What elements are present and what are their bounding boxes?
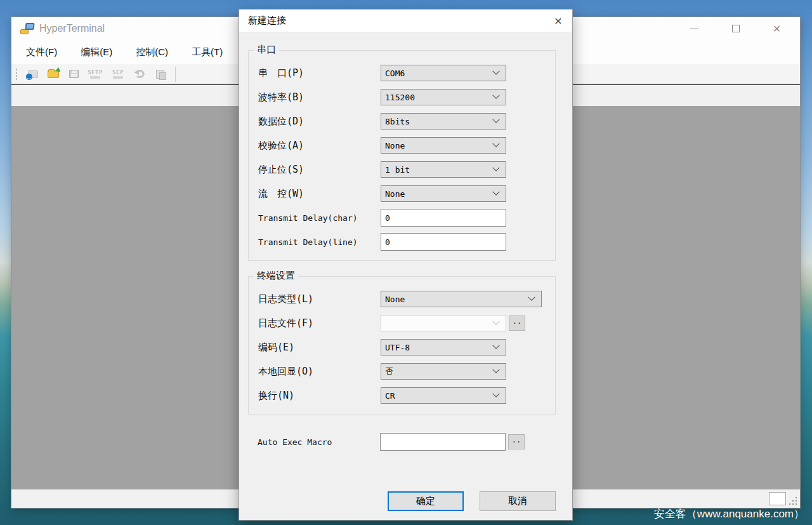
field-row-flowcontrol: 流 控(W) None xyxy=(249,182,555,206)
field-row-macro: Auto Exec Macro ·· xyxy=(248,430,556,454)
caption-buttons: × xyxy=(680,20,800,37)
undo-icon xyxy=(134,69,145,79)
paste-button[interactable] xyxy=(151,67,169,82)
databits-select[interactable]: 8bits xyxy=(381,113,506,130)
undo-button[interactable] xyxy=(131,67,148,82)
serial-group: 串口 串 口(P) COM6 波特率(B) 115200 数 xyxy=(248,50,556,261)
flowcontrol-label: 流 控(W) xyxy=(258,188,381,200)
scp-button[interactable]: SCP xyxy=(108,67,128,82)
parity-select[interactable]: None xyxy=(381,137,506,154)
flowcontrol-select[interactable]: None xyxy=(381,185,506,202)
newline-label: 换行(N) xyxy=(258,390,381,402)
connect-icon xyxy=(28,70,38,78)
paste-icon xyxy=(156,70,164,79)
toolbar-grip-handle[interactable] xyxy=(15,68,18,81)
sftp-button[interactable]: SFTP xyxy=(85,67,105,82)
resize-grip[interactable] xyxy=(789,496,798,505)
open-folder-icon xyxy=(48,70,59,78)
menu-edit[interactable]: 编辑(E) xyxy=(81,46,112,58)
chevron-down-icon xyxy=(492,92,499,99)
parity-label: 校验位(A) xyxy=(258,140,381,152)
chevron-down-icon xyxy=(492,366,499,373)
chevron-down-icon xyxy=(492,189,499,196)
ok-button[interactable]: 确定 xyxy=(388,491,464,511)
logfile-browse-button[interactable]: ·· xyxy=(509,316,525,331)
terminal-settings-legend: 终端设置 xyxy=(254,270,298,282)
field-row-encoding: 编码(E) UTF-8 xyxy=(249,335,555,359)
dialog-body: 串口 串 口(P) COM6 波特率(B) 115200 数 xyxy=(239,32,572,521)
statusbar-indicator-box xyxy=(769,492,786,505)
chevron-down-icon xyxy=(528,294,535,301)
localecho-select[interactable]: 否 xyxy=(381,363,506,380)
chevron-down-icon xyxy=(492,318,499,325)
encoding-label: 编码(E) xyxy=(258,342,381,354)
chevron-down-icon xyxy=(492,342,499,349)
window-title: HyperTerminal xyxy=(39,23,105,34)
transmit-delay-line-input[interactable] xyxy=(381,233,506,251)
transmit-delay-line-label: Transmit Delay(line) xyxy=(258,237,381,247)
databits-label: 数据位(D) xyxy=(258,116,381,128)
field-row-parity: 校验位(A) None xyxy=(249,133,555,157)
close-icon: × xyxy=(773,22,781,35)
serial-group-legend: 串口 xyxy=(254,44,279,56)
field-row-baudrate: 波特率(B) 115200 xyxy=(249,85,555,109)
terminal-settings-group: 终端设置 日志类型(L) None 日志文件(F) ·· xyxy=(248,276,556,415)
dialog-title: 新建连接 xyxy=(248,15,286,27)
field-row-databits: 数据位(D) 8bits xyxy=(249,109,555,133)
field-row-localecho: 本地回显(O) 否 xyxy=(249,359,555,383)
menu-control[interactable]: 控制(C) xyxy=(136,46,168,58)
field-row-delay-line: Transmit Delay(line) xyxy=(249,230,555,254)
logfile-label: 日志文件(F) xyxy=(258,317,381,329)
connect-button[interactable] xyxy=(24,67,42,82)
menu-file[interactable]: 文件(F) xyxy=(26,46,57,58)
menu-tools[interactable]: 工具(T) xyxy=(192,46,223,58)
logtype-label: 日志类型(L) xyxy=(258,293,381,305)
new-connection-dialog: 新建连接 × 串口 串 口(P) COM6 波特率(B) xyxy=(239,9,573,521)
auto-exec-macro-input[interactable] xyxy=(380,433,506,451)
minimize-icon xyxy=(690,29,698,29)
chevron-down-icon xyxy=(492,140,499,147)
minimize-button[interactable] xyxy=(680,20,709,37)
localecho-label: 本地回显(O) xyxy=(258,366,381,378)
maximize-button[interactable] xyxy=(721,20,750,37)
save-icon xyxy=(69,70,79,78)
field-row-newline: 换行(N) CR xyxy=(249,383,555,408)
field-row-delay-char: Transmit Delay(char) xyxy=(249,206,555,230)
maximize-icon xyxy=(732,25,740,32)
dialog-titlebar[interactable]: 新建连接 × xyxy=(239,10,572,32)
chevron-down-icon xyxy=(492,390,499,397)
open-button[interactable] xyxy=(44,67,62,82)
baudrate-select[interactable]: 115200 xyxy=(381,89,506,105)
ellipsis-icon: ·· xyxy=(513,319,521,328)
logtype-select[interactable]: None xyxy=(381,291,542,307)
baudrate-label: 波特率(B) xyxy=(258,91,381,103)
logfile-select xyxy=(381,315,506,331)
field-row-port: 串 口(P) COM6 xyxy=(249,61,555,85)
dialog-close-button[interactable]: × xyxy=(544,10,572,32)
watermark: 安全客（www.anquanke.com） xyxy=(654,507,804,521)
auto-exec-macro-label: Auto Exec Macro xyxy=(258,437,380,447)
field-row-logtype: 日志类型(L) None xyxy=(249,287,555,311)
save-button[interactable] xyxy=(65,67,82,82)
port-label: 串 口(P) xyxy=(258,67,381,79)
ellipsis-icon: ·· xyxy=(512,437,521,446)
chevron-down-icon xyxy=(492,68,499,75)
transmit-delay-char-label: Transmit Delay(char) xyxy=(258,213,381,223)
close-button[interactable]: × xyxy=(763,20,791,37)
field-row-logfile: 日志文件(F) ·· xyxy=(249,311,555,335)
scp-icon: SCP xyxy=(112,69,124,76)
encoding-select[interactable]: UTF-8 xyxy=(381,339,506,356)
desktop-background: HyperTerminal × 文件(F) 编辑(E) 控制(C) 工具(T) … xyxy=(0,0,812,525)
field-row-stopbits: 停止位(S) 1 bit xyxy=(249,157,555,182)
stopbits-select[interactable]: 1 bit xyxy=(381,161,506,178)
stopbits-label: 停止位(S) xyxy=(258,164,381,176)
chevron-down-icon xyxy=(492,116,499,123)
sftp-icon: SFTP xyxy=(88,69,103,76)
newline-select[interactable]: CR xyxy=(381,387,506,404)
cancel-button[interactable]: 取消 xyxy=(480,491,556,511)
macro-browse-button[interactable]: ·· xyxy=(508,434,525,449)
dialog-button-row: 确定 取消 xyxy=(239,491,572,511)
toolbar-separator xyxy=(175,67,176,82)
port-select[interactable]: COM6 xyxy=(381,65,506,81)
transmit-delay-char-input[interactable] xyxy=(381,209,506,227)
